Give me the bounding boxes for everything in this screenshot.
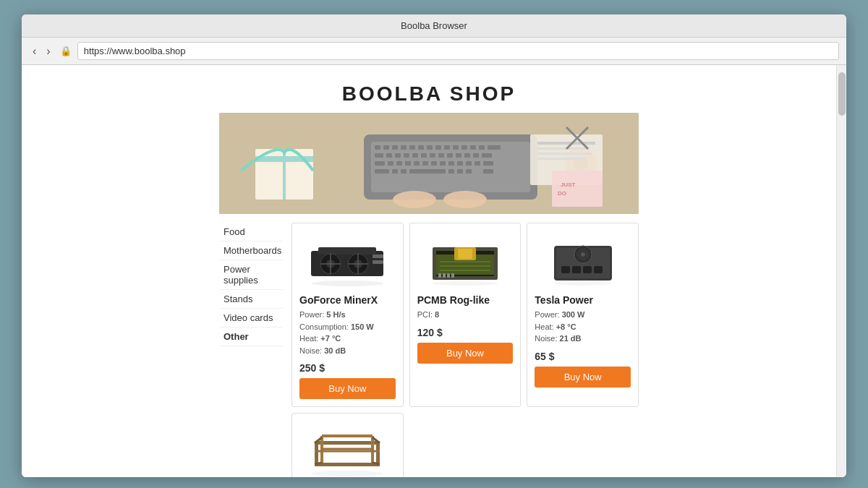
svg-rect-63 bbox=[537, 153, 592, 155]
svg-rect-25 bbox=[430, 153, 435, 158]
page-content: BOOLBA SHOP bbox=[22, 65, 836, 477]
product-price-goforce: 250 $ bbox=[299, 362, 325, 374]
miner-icon bbox=[307, 423, 387, 477]
svg-rect-11 bbox=[427, 145, 433, 150]
svg-rect-108 bbox=[583, 266, 592, 273]
svg-rect-44 bbox=[483, 161, 493, 166]
svg-rect-14 bbox=[453, 145, 459, 150]
svg-rect-83 bbox=[373, 260, 383, 264]
gpu-icon bbox=[307, 233, 387, 287]
svg-rect-6 bbox=[383, 145, 389, 150]
svg-rect-10 bbox=[418, 145, 424, 150]
shop-title: BOOLBA SHOP bbox=[219, 72, 639, 113]
svg-rect-21 bbox=[395, 153, 401, 158]
svg-rect-51 bbox=[466, 169, 472, 174]
svg-point-124 bbox=[311, 471, 383, 476]
svg-rect-38 bbox=[431, 161, 437, 166]
product-price-pcmb: 120 $ bbox=[417, 327, 443, 338]
svg-rect-52 bbox=[483, 169, 493, 174]
svg-rect-7 bbox=[392, 145, 398, 150]
product-specs-pcmb: PCI: 8 bbox=[417, 309, 514, 321]
scrollbar-thumb[interactable] bbox=[838, 72, 846, 116]
product-image-goforce bbox=[299, 231, 396, 288]
buy-button-tesla[interactable]: Buy Now bbox=[535, 367, 631, 388]
browser-content: BOOLBA SHOP bbox=[22, 65, 846, 477]
svg-rect-94 bbox=[443, 273, 446, 278]
product-name-goforce: GoForce MinerX bbox=[299, 294, 396, 306]
svg-rect-12 bbox=[435, 145, 441, 150]
svg-rect-89 bbox=[458, 249, 472, 259]
pcmb-icon bbox=[425, 233, 505, 287]
sidebar-item-other[interactable]: Other bbox=[219, 328, 283, 346]
svg-rect-24 bbox=[421, 153, 427, 158]
svg-rect-82 bbox=[373, 254, 383, 258]
product-price-tesla: 65 $ bbox=[535, 351, 554, 362]
svg-rect-41 bbox=[457, 161, 463, 166]
svg-rect-26 bbox=[438, 153, 444, 158]
sidebar-item-power-supplies[interactable]: Power supplies bbox=[219, 260, 283, 290]
lock-icon: 🔒 bbox=[60, 46, 72, 56]
svg-point-97 bbox=[433, 281, 498, 286]
sidebar-item-stands[interactable]: Stands bbox=[219, 290, 283, 309]
product-image-tesla bbox=[535, 231, 631, 288]
svg-rect-23 bbox=[412, 153, 418, 158]
svg-rect-33 bbox=[388, 161, 393, 166]
svg-rect-95 bbox=[447, 273, 450, 278]
address-bar[interactable] bbox=[77, 42, 839, 60]
forward-button[interactable]: › bbox=[43, 43, 54, 59]
svg-rect-13 bbox=[444, 145, 450, 150]
svg-rect-65 bbox=[552, 171, 603, 207]
browser-toolbar: ‹ › 🔒 bbox=[22, 38, 846, 65]
svg-rect-46 bbox=[392, 169, 398, 174]
svg-rect-27 bbox=[447, 153, 453, 158]
product-image-pcmb bbox=[417, 231, 514, 288]
svg-rect-30 bbox=[473, 153, 479, 158]
product-card-lonely-miner: Lonely Miner bbox=[292, 413, 404, 477]
product-card-pcmb: PCMB Rog-like PCI: 8 120 $ Buy Now bbox=[409, 223, 522, 407]
svg-rect-18 bbox=[488, 145, 501, 150]
svg-rect-112 bbox=[315, 441, 380, 445]
product-footer-tesla: 65 $ bbox=[535, 351, 631, 362]
svg-rect-107 bbox=[572, 266, 581, 273]
product-card-tesla: Tesla Power Power: 300 W Heat: +8 °C Noi… bbox=[527, 223, 639, 407]
svg-line-121 bbox=[373, 463, 380, 464]
svg-line-120 bbox=[315, 463, 322, 464]
svg-rect-20 bbox=[386, 153, 392, 158]
svg-rect-31 bbox=[482, 153, 492, 158]
hero-banner-inner: JUST DO bbox=[219, 113, 639, 214]
product-specs-tesla: Power: 300 W Heat: +8 °C Noise: 21 dB bbox=[535, 309, 631, 345]
product-footer-goforce: 250 $ bbox=[299, 362, 396, 374]
svg-rect-62 bbox=[537, 147, 588, 150]
svg-rect-71 bbox=[318, 247, 376, 254]
buy-button-pcmb[interactable]: Buy Now bbox=[417, 343, 514, 364]
svg-rect-47 bbox=[401, 169, 407, 174]
svg-rect-48 bbox=[409, 169, 446, 174]
svg-rect-64 bbox=[537, 158, 584, 160]
svg-rect-36 bbox=[414, 161, 420, 166]
sidebar-item-video-cards[interactable]: Video cards bbox=[219, 309, 283, 328]
svg-rect-15 bbox=[461, 145, 467, 150]
svg-text:JUST: JUST bbox=[561, 181, 576, 188]
svg-rect-93 bbox=[438, 273, 441, 278]
svg-rect-19 bbox=[375, 153, 383, 158]
svg-rect-5 bbox=[375, 145, 380, 150]
svg-point-53 bbox=[393, 191, 436, 208]
svg-rect-43 bbox=[475, 161, 480, 166]
svg-rect-40 bbox=[448, 161, 454, 166]
sidebar-item-food[interactable]: Food bbox=[219, 223, 283, 241]
sidebar: Food Motherboards Power supplies Stands bbox=[219, 223, 283, 477]
product-image-lonely-miner bbox=[299, 421, 396, 477]
scrollbar-track[interactable] bbox=[836, 65, 846, 477]
svg-rect-45 bbox=[375, 169, 389, 174]
svg-rect-8 bbox=[401, 145, 407, 150]
buy-button-goforce[interactable]: Buy Now bbox=[299, 378, 396, 399]
svg-rect-35 bbox=[405, 161, 411, 166]
back-button[interactable]: ‹ bbox=[29, 43, 40, 59]
svg-rect-32 bbox=[375, 161, 385, 166]
svg-point-110 bbox=[554, 281, 612, 286]
sidebar-item-motherboards[interactable]: Motherboards bbox=[219, 241, 283, 260]
svg-rect-37 bbox=[422, 161, 428, 166]
svg-point-54 bbox=[443, 191, 487, 208]
products-grid: GoForce MinerX Power: 5 H/s Consumption:… bbox=[292, 223, 639, 477]
product-footer-pcmb: 120 $ bbox=[417, 327, 514, 338]
